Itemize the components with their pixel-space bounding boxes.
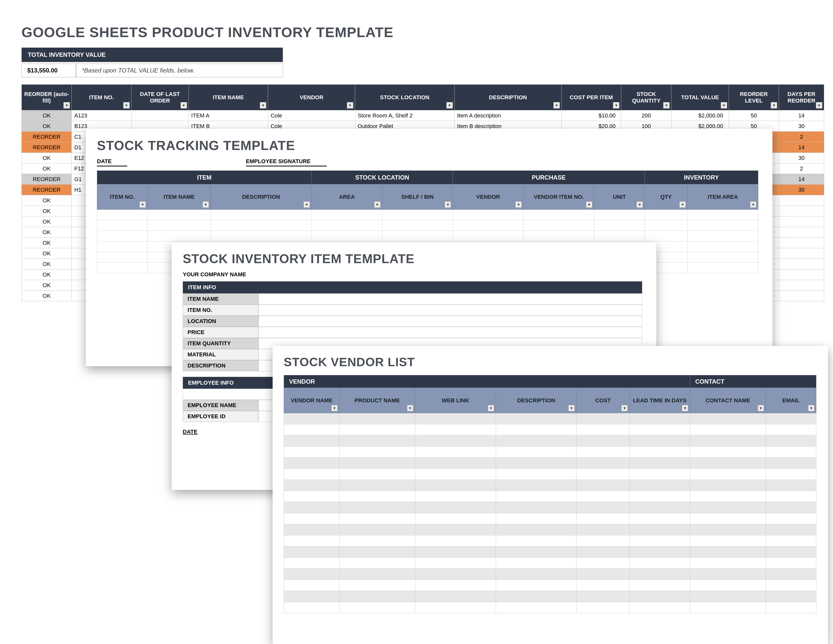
cell[interactable] — [284, 446, 339, 457]
cell[interactable] — [97, 209, 148, 220]
cell[interactable] — [630, 446, 690, 457]
cell[interactable] — [766, 546, 816, 558]
cell[interactable] — [766, 513, 816, 524]
cell[interactable] — [577, 457, 630, 469]
filter-dropdown-icon[interactable] — [139, 201, 146, 208]
cell[interactable] — [496, 580, 577, 591]
filter-dropdown-icon[interactable] — [621, 405, 628, 411]
filter-dropdown-icon[interactable] — [488, 405, 494, 411]
cell[interactable] — [496, 446, 577, 457]
cell[interactable] — [630, 469, 690, 480]
cell[interactable] — [577, 491, 630, 502]
cell[interactable] — [211, 231, 312, 242]
cell[interactable]: OK — [22, 238, 72, 248]
cell[interactable] — [766, 535, 816, 546]
cell[interactable]: ITEM A — [188, 110, 268, 121]
filter-dropdown-icon[interactable] — [771, 102, 777, 109]
cell[interactable] — [779, 248, 824, 259]
cell[interactable] — [284, 524, 339, 535]
cell[interactable] — [415, 480, 496, 491]
cell[interactable] — [339, 524, 415, 535]
filter-dropdown-icon[interactable] — [816, 102, 822, 109]
cell[interactable] — [577, 602, 630, 613]
cell[interactable] — [415, 469, 496, 480]
filter-dropdown-icon[interactable] — [123, 102, 130, 109]
cell[interactable] — [630, 591, 690, 602]
cell[interactable] — [779, 227, 824, 238]
cell[interactable] — [690, 524, 766, 535]
cell[interactable] — [211, 220, 312, 231]
cell[interactable] — [415, 558, 496, 569]
cell[interactable] — [630, 524, 690, 535]
cell[interactable] — [630, 580, 690, 591]
cell[interactable] — [690, 602, 766, 613]
cell[interactable] — [690, 413, 766, 424]
cell[interactable]: 50 — [729, 110, 779, 121]
cell[interactable] — [496, 491, 577, 502]
cell[interactable] — [688, 231, 758, 242]
cell[interactable] — [284, 569, 339, 580]
cell[interactable] — [382, 209, 453, 220]
cell[interactable] — [524, 220, 594, 231]
cell[interactable]: OK — [22, 291, 72, 301]
cell[interactable] — [766, 469, 816, 480]
cell[interactable] — [97, 252, 148, 262]
cell[interactable] — [779, 195, 824, 206]
cell[interactable] — [577, 580, 630, 591]
cell[interactable] — [339, 535, 415, 546]
cell[interactable]: Store Room A, Shelf 2 — [355, 110, 454, 121]
filter-dropdown-icon[interactable] — [663, 102, 670, 109]
cell[interactable]: A123 — [72, 110, 131, 121]
cell[interactable] — [312, 231, 382, 242]
cell[interactable] — [496, 424, 577, 435]
cell[interactable] — [690, 513, 766, 524]
cell[interactable] — [766, 491, 816, 502]
filter-dropdown-icon[interactable] — [331, 405, 338, 411]
cell[interactable] — [284, 546, 339, 558]
cell[interactable] — [339, 591, 415, 602]
cell[interactable] — [766, 480, 816, 491]
cell[interactable] — [312, 209, 382, 220]
filter-dropdown-icon[interactable] — [568, 405, 575, 411]
cell[interactable] — [339, 580, 415, 591]
cell[interactable] — [415, 424, 496, 435]
cell[interactable] — [766, 435, 816, 446]
cell[interactable] — [496, 413, 577, 424]
cell[interactable] — [645, 209, 688, 220]
cell[interactable] — [577, 558, 630, 569]
cell[interactable] — [339, 413, 415, 424]
cell[interactable] — [496, 535, 577, 546]
cell[interactable]: REORDER — [22, 132, 72, 142]
cell[interactable] — [630, 435, 690, 446]
cell[interactable] — [211, 209, 312, 220]
cell[interactable] — [97, 242, 148, 252]
cell[interactable] — [284, 491, 339, 502]
cell[interactable] — [453, 209, 524, 220]
cell[interactable] — [766, 591, 816, 602]
filter-dropdown-icon[interactable] — [613, 102, 619, 109]
cell[interactable]: REORDER — [22, 142, 72, 153]
cell[interactable] — [284, 558, 339, 569]
cell[interactable] — [148, 209, 211, 220]
cell[interactable] — [339, 546, 415, 558]
cell[interactable]: 14 — [779, 142, 824, 153]
cell[interactable] — [496, 546, 577, 558]
cell[interactable] — [630, 413, 690, 424]
filter-dropdown-icon[interactable] — [553, 102, 560, 109]
cell[interactable] — [690, 469, 766, 480]
filter-dropdown-icon[interactable] — [808, 405, 815, 411]
cell[interactable]: OK — [22, 259, 72, 269]
cell[interactable] — [779, 291, 824, 301]
cell[interactable] — [524, 209, 594, 220]
cell[interactable] — [284, 413, 339, 424]
filter-dropdown-icon[interactable] — [203, 201, 209, 208]
cell[interactable] — [339, 513, 415, 524]
cell[interactable] — [766, 602, 816, 613]
cell[interactable]: $2,000.00 — [671, 110, 729, 121]
cell[interactable] — [339, 502, 415, 513]
cell[interactable] — [284, 580, 339, 591]
cell[interactable] — [690, 558, 766, 569]
filter-dropdown-icon[interactable] — [260, 102, 266, 109]
cell[interactable] — [577, 502, 630, 513]
cell[interactable] — [688, 252, 758, 262]
